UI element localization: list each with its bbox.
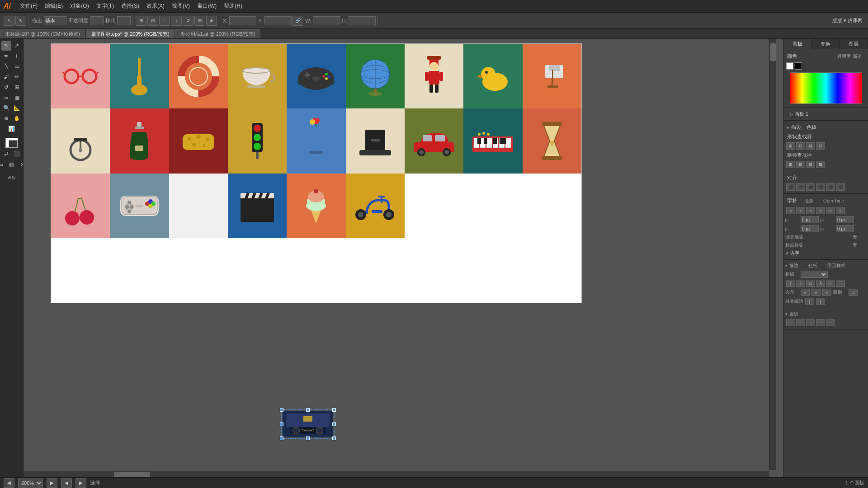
zoom-out-btn[interactable]: ◀ [4, 478, 14, 488]
direct-select-tool[interactable]: ↗ [12, 41, 22, 51]
corner-icon-3[interactable]: ⌐ [822, 289, 831, 296]
zoom-in-btn[interactable]: ▶ [47, 478, 57, 488]
rotate-tool[interactable]: ↺ [1, 82, 11, 92]
align-stroke-1[interactable]: | [805, 298, 814, 305]
color-gradient[interactable] [790, 72, 862, 104]
tab-2[interactable]: 办公用品1.ai @ 100% (RGB/预览) [175, 29, 260, 38]
align-bottom[interactable]: ⬛ [836, 183, 845, 191]
handle-mr[interactable] [332, 422, 336, 426]
shape-icon-1[interactable]: ⊞ [786, 142, 795, 150]
path-icon-4[interactable]: ⊞ [816, 161, 825, 168]
next-page-btn[interactable]: ▶ [75, 478, 86, 488]
select-tool[interactable]: ↖ [1, 41, 11, 51]
dash-collapse[interactable]: ▾ [785, 312, 788, 316]
path-icon-2[interactable]: ⊟ [796, 161, 805, 168]
brush-tool[interactable]: 🖌 [1, 72, 11, 82]
cap-square[interactable]: □ [806, 280, 815, 287]
handle-bm[interactable] [306, 436, 310, 440]
dash-icon-2[interactable]: — [796, 319, 805, 326]
handle-tr[interactable] [332, 408, 336, 412]
cap-butt[interactable]: | [786, 280, 795, 287]
direct-select-btn[interactable]: ↖ [15, 16, 26, 26]
align-right[interactable]: ⬛ [806, 183, 815, 191]
handle-tm[interactable] [306, 408, 310, 412]
zoom-select[interactable]: 200% [18, 479, 43, 488]
join-round[interactable]: ∩ [826, 280, 835, 287]
spacing-input-1[interactable] [801, 216, 819, 223]
text-align-6[interactable]: ≡ [836, 207, 845, 214]
default-colors-btn[interactable]: ⬛ [12, 149, 22, 159]
h-input[interactable]: 14.788 [349, 16, 376, 25]
align-center-btn[interactable]: ⊟ [147, 16, 158, 26]
y-input[interactable]: 292.04 [264, 16, 292, 25]
handle-br[interactable] [332, 436, 336, 440]
flip-v-btn[interactable]: ↕ [171, 16, 182, 26]
measure-tool[interactable]: 📐 [12, 103, 22, 113]
w-input[interactable]: 27.064 [313, 16, 340, 25]
menu-edit[interactable]: 编辑(E) [41, 1, 66, 11]
collapse-arrow-stroke[interactable]: ▸ [787, 125, 789, 130]
x-input[interactable]: 292.299 [229, 16, 256, 25]
pen-tool[interactable]: ✒ [1, 51, 11, 61]
blend-tool[interactable]: ∞ [1, 93, 11, 103]
menu-view[interactable]: 视图(V) [168, 1, 193, 11]
artboard-item-1[interactable]: ▷ 画板 1 [785, 110, 866, 118]
text-align-1[interactable]: ≡ [786, 207, 795, 214]
black-swatch[interactable] [795, 62, 802, 70]
stroke-width-select[interactable]: — [801, 271, 828, 278]
gradient-mode-btn[interactable]: ▦ [7, 160, 17, 169]
handle-ml[interactable] [280, 422, 283, 426]
graph-tool[interactable]: 📊 [7, 124, 17, 134]
prev-page-btn[interactable]: ◀ [61, 478, 72, 488]
rect-tool[interactable]: ▭ [12, 61, 22, 71]
vhs-selected-element[interactable] [281, 409, 335, 439]
flip-h-btn[interactable]: ↔ [159, 16, 170, 26]
link-wh-btn[interactable]: 🔗 [292, 16, 303, 26]
vertical-scrollbar[interactable] [769, 39, 776, 470]
dash-icon-3[interactable]: - - [806, 319, 815, 326]
hand-tool[interactable]: ✋ [12, 113, 22, 123]
shape-icon-4[interactable]: ⊡ [816, 142, 825, 150]
limit-icon[interactable]: □ [849, 289, 858, 296]
padding-input-1[interactable] [801, 225, 819, 232]
padding-input-2[interactable] [836, 225, 854, 232]
cap-round[interactable]: ○ [796, 280, 805, 287]
align-left-btn[interactable]: ⊞ [136, 16, 146, 26]
handle-bl[interactable] [280, 436, 283, 440]
fill-color[interactable] [5, 138, 18, 148]
align-center[interactable]: ⬛ [796, 183, 805, 191]
join-miter[interactable]: ∧ [816, 280, 825, 287]
selection-tool-btn[interactable]: ↖ [4, 16, 14, 26]
swap-colors-btn[interactable]: ⇄ [1, 149, 11, 159]
menu-window[interactable]: 窗口(W) [193, 1, 220, 11]
opacity-input[interactable] [90, 16, 104, 25]
text-align-2[interactable]: ≡ [796, 207, 805, 214]
align-left[interactable]: ⬛ [786, 183, 795, 191]
menu-text[interactable]: 文字(T) [93, 1, 118, 11]
white-swatch[interactable] [786, 62, 793, 70]
style-select[interactable] [117, 16, 131, 25]
line-tool[interactable]: ╲ [1, 61, 11, 71]
align-middle[interactable]: ⬛ [826, 183, 835, 191]
dash-icon-1[interactable]: — [786, 319, 795, 326]
mirror-btn[interactable]: ⊞ [194, 16, 205, 26]
horizontal-scrollbar[interactable] [24, 471, 769, 477]
text-align-3[interactable]: ≡ [806, 207, 815, 214]
dash-icon-5[interactable]: — [826, 319, 835, 326]
menu-effect[interactable]: 效果(X) [143, 1, 168, 11]
canvas-area[interactable] [24, 39, 783, 477]
align-stroke-2[interactable]: | [816, 298, 825, 305]
handle-tl[interactable] [280, 408, 283, 412]
menu-file[interactable]: 文件(F) [16, 1, 41, 11]
tab-0[interactable]: 未标题-10* @ 100% (CMYK/预览) [0, 29, 85, 38]
tab-1[interactable]: 扁平图标.eps* @ 200% (RGB/预览) [86, 29, 175, 38]
shape-icon-2[interactable]: ⊟ [796, 142, 805, 150]
spacing-input-2[interactable] [836, 216, 854, 223]
app-collapse[interactable]: ▾ [785, 263, 788, 268]
zoom-tool[interactable]: ⊕ [1, 113, 11, 123]
text-align-4[interactable]: ≡ [816, 207, 825, 214]
path-icon-3[interactable]: ⊡ [806, 161, 815, 168]
corner-icon-2[interactable]: ⌐ [811, 289, 821, 296]
dash-icon-4[interactable]: — [816, 319, 825, 326]
path-icon-1[interactable]: ⊞ [786, 161, 795, 168]
